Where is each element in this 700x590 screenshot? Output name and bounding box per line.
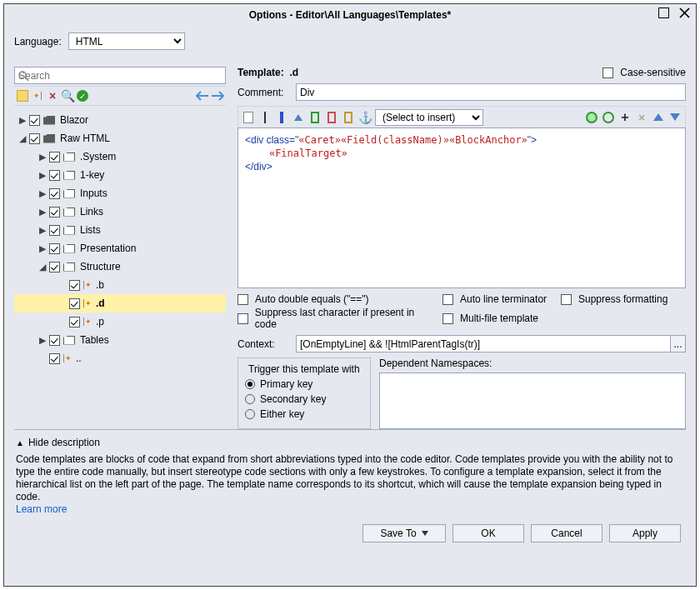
moveup-icon[interactable] [652,111,665,124]
forward-icon[interactable] [211,89,224,102]
cb-autolt[interactable] [442,294,453,305]
tree-node-links[interactable]: ▶Links [14,202,226,221]
maximize-icon[interactable] [658,8,669,18]
template-icon: ✦ [83,299,92,308]
description-text: Code templates are blocks of code that e… [16,453,684,503]
checkbox[interactable] [29,115,40,126]
language-label: Language: [14,36,62,48]
context-label: Context: [238,338,296,350]
comment-label: Comment: [238,87,296,98]
titlebar: Options - Editor\All Languages\Templates… [4,4,696,26]
insert-select[interactable]: (Select to insert) [375,109,483,126]
dependent-label: Dependent Namespaces: [379,358,686,369]
tree-leaf-b[interactable]: ✦.b [14,276,226,294]
brace3-icon[interactable] [342,111,355,124]
search-icon [18,70,29,82]
dropdown-icon [422,531,428,536]
tree-node-1key[interactable]: ▶1-key [14,166,226,184]
back-icon[interactable] [196,89,209,102]
marker-icon[interactable] [292,111,305,124]
editor-toolbar: ⚓ (Select to insert) + × [238,106,686,128]
tree-node-inputs[interactable]: ▶Inputs [14,184,226,202]
page-icon[interactable] [242,111,255,124]
template-icon: ✦ [83,281,92,289]
template-icon: ✦ [63,354,72,362]
collapse-icon: ▲ [16,438,24,448]
caret2-icon[interactable] [275,111,288,124]
tree-node-blazor[interactable]: ▶Blazor [14,111,226,129]
commit-icon[interactable]: ✓ [76,89,89,102]
tree-leaf-d[interactable]: ✦.d [14,294,226,312]
brace2-icon[interactable] [325,111,338,124]
tree-node-structure[interactable]: ◢Structure [14,258,226,276]
anchor-icon[interactable]: ⚓ [358,111,372,124]
cb-multifile[interactable] [442,313,453,324]
tree-node-rawhtml[interactable]: ◢Raw HTML [14,129,226,148]
folder-icon [63,152,75,162]
radio-either[interactable]: Either key [245,408,363,420]
radio-secondary[interactable]: Secondary key [245,393,363,405]
radio-primary[interactable]: Primary key [245,378,363,390]
tree-node-lists[interactable]: ▶Lists [14,221,226,239]
trigger-fieldset: Trigger this template with Primary key S… [238,358,371,429]
code-editor[interactable]: <div class="«Caret»«Field(className)»«Bl… [238,128,686,288]
find-icon[interactable]: 🔍 [61,89,74,102]
apply-button[interactable]: Apply [609,524,681,542]
case-sensitive-checkbox[interactable] [602,68,613,78]
remove-icon[interactable]: × [635,111,648,124]
ok-button[interactable]: OK [452,524,524,542]
caret-icon[interactable] [258,111,272,124]
record-icon[interactable] [585,111,598,124]
folder-icon [43,116,55,125]
trigger-legend: Trigger this template with [245,363,363,375]
search-input[interactable] [14,67,226,84]
tree-leaf-dots[interactable]: ✦.. [14,349,226,368]
open-folder-icon[interactable] [16,89,29,102]
cb-suppresslast[interactable] [238,313,248,324]
movedown-icon[interactable] [668,111,682,124]
play-icon[interactable] [602,111,615,124]
language-select[interactable]: HTML [68,32,185,50]
cb-suppressfmt[interactable] [561,294,572,305]
add-icon[interactable]: + [618,111,632,124]
template-tree[interactable]: ▶Blazor ◢Raw HTML ▶.System ▶1-key ▶Input… [14,106,226,429]
folder-icon [43,134,55,143]
tree-toolbar: ✦ × 🔍 ✓ [14,86,226,106]
case-sensitive-label: Case-sensitive [620,67,686,78]
template-label: Template: .d [238,67,298,78]
svg-line-3 [25,78,28,81]
new-template-icon[interactable]: ✦ [31,89,44,102]
context-input[interactable] [296,335,686,352]
cancel-button[interactable]: Cancel [531,524,602,542]
comment-input[interactable] [296,83,686,101]
saveto-button[interactable]: Save To [362,524,446,542]
svg-point-2 [19,72,26,78]
tree-leaf-p[interactable]: ✦.p [14,312,226,331]
template-icon: ✦ [83,318,92,326]
dependent-listbox[interactable] [379,372,686,429]
cb-autodbl[interactable] [238,294,248,305]
close-icon[interactable] [679,8,691,19]
context-browse-button[interactable]: ... [670,336,685,352]
window-title: Options - Editor\All Languages\Templates… [249,9,451,21]
tree-node-presentation[interactable]: ▶Presentation [14,239,226,258]
learn-more-link[interactable]: Learn more [16,503,67,515]
toggle-description[interactable]: ▲Hide description [16,437,684,448]
delete-icon[interactable]: × [46,89,59,102]
tree-node-tables[interactable]: ▶Tables [14,331,226,349]
tree-node-system[interactable]: ▶.System [14,148,226,166]
brace1-icon[interactable] [308,111,322,124]
